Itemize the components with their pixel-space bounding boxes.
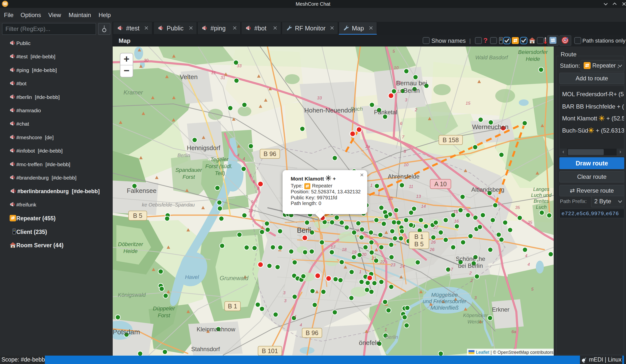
- svg-text:10: 10: [394, 66, 399, 70]
- svg-text:1: 1: [378, 192, 380, 196]
- svg-text:6a: 6a: [511, 329, 516, 334]
- svg-text:Köpenicker: Köpenicker: [463, 313, 488, 318]
- svg-text:Grunewald: Grunewald: [220, 275, 249, 281]
- svg-text:Havel: Havel: [185, 274, 199, 280]
- svg-text:33: 33: [237, 64, 242, 68]
- svg-text:Döberitzer: Döberitzer: [118, 241, 143, 247]
- svg-text:12: 12: [397, 89, 402, 94]
- svg-text:−: −: [123, 65, 129, 76]
- svg-text:Luch: Luch: [536, 204, 547, 210]
- svg-text:10: 10: [404, 163, 409, 167]
- svg-text:B 5: B 5: [414, 241, 424, 248]
- svg-text:33: 33: [317, 96, 322, 100]
- svg-text:8: 8: [257, 186, 260, 191]
- svg-text:Berlin: Berlin: [385, 334, 398, 340]
- svg-text:bei Berlin: bei Berlin: [458, 262, 483, 269]
- svg-text:Berli: Berli: [297, 226, 311, 234]
- svg-text:1: 1: [359, 269, 361, 274]
- svg-text:Altlandsberg: Altlandsberg: [471, 186, 504, 193]
- svg-text:Erkner: Erkner: [492, 306, 509, 313]
- svg-text:3: 3: [405, 98, 407, 102]
- svg-text:Breites: Breites: [534, 198, 549, 204]
- svg-text:Berlin: Berlin: [177, 153, 190, 158]
- svg-text:Forst (südl.: Forst (südl.: [205, 163, 233, 169]
- svg-text:5: 5: [531, 287, 534, 292]
- svg-text:17: 17: [448, 267, 453, 272]
- svg-text:B 101: B 101: [262, 347, 278, 354]
- svg-text:13: 13: [416, 194, 421, 199]
- svg-text:6: 6: [400, 121, 402, 126]
- svg-text:Heide: Heide: [526, 56, 540, 62]
- svg-text:31: 31: [211, 70, 216, 75]
- svg-text:B 5: B 5: [133, 212, 142, 219]
- svg-text:Heide: Heide: [123, 248, 137, 254]
- svg-text:9: 9: [251, 199, 253, 204]
- svg-text:30: 30: [144, 58, 149, 63]
- svg-text:B 158: B 158: [442, 136, 459, 143]
- svg-text:A 10: A 10: [434, 181, 447, 187]
- svg-text:Werder: Werder: [467, 319, 484, 325]
- svg-text:3: 3: [283, 291, 285, 295]
- svg-text:Königswald: Königswald: [118, 292, 146, 298]
- svg-text:12: 12: [396, 80, 401, 85]
- svg-text:2: 2: [415, 108, 417, 112]
- svg-text:5: 5: [392, 49, 395, 54]
- svg-text:Düppeler: Düppeler: [153, 305, 175, 312]
- svg-text:8: 8: [404, 149, 406, 154]
- svg-text:Ahrensfelde: Ahrensfelde: [388, 173, 420, 180]
- svg-text:önefeld: önefeld: [359, 339, 380, 346]
- svg-text:21: 21: [371, 256, 376, 261]
- svg-text:Stahnsdorf: Stahnsdorf: [191, 346, 220, 352]
- svg-text:3: 3: [474, 296, 477, 300]
- svg-text:16: 16: [454, 219, 459, 224]
- svg-text:Kleinmachnow: Kleinmachnow: [196, 326, 235, 332]
- svg-text:Beiersdorfer: Beiersdorfer: [518, 49, 548, 55]
- svg-text:11: 11: [409, 184, 413, 189]
- svg-text:16: 16: [453, 209, 458, 214]
- svg-text:18: 18: [342, 247, 347, 252]
- svg-text:Wald Basdorf: Wald Basdorf: [475, 54, 509, 61]
- svg-text:Kramer: Kramer: [123, 89, 143, 96]
- svg-text:Panketal: Panketal: [374, 109, 397, 115]
- svg-text:5: 5: [249, 173, 252, 178]
- svg-text:35: 35: [528, 220, 532, 225]
- svg-text:4: 4: [525, 254, 527, 258]
- svg-text:Tegeler: Tegeler: [210, 156, 229, 163]
- svg-text:17: 17: [331, 245, 336, 250]
- svg-text:4: 4: [237, 153, 239, 158]
- svg-text:2: 2: [470, 278, 473, 283]
- svg-text:4: 4: [294, 314, 296, 319]
- svg-text:B 96: B 96: [306, 329, 318, 336]
- svg-text:+: +: [123, 53, 129, 64]
- svg-text:1: 1: [385, 327, 387, 332]
- svg-text:14: 14: [421, 204, 426, 209]
- svg-text:23: 23: [391, 263, 395, 267]
- svg-text:2: 2: [469, 271, 472, 275]
- svg-text:Forst: Forst: [183, 174, 195, 180]
- svg-text:Buch: Buch: [351, 106, 363, 112]
- svg-text:| © OpenStreetMap contributors: | © OpenStreetMap contributors: [491, 350, 553, 355]
- svg-text:ke Oebisfelde–Spandau: ke Oebisfelde–Spandau: [142, 202, 195, 207]
- svg-text:Langes: Langes: [533, 186, 549, 192]
- svg-text:27: 27: [433, 225, 438, 230]
- svg-text:15: 15: [466, 101, 470, 106]
- svg-text:26: 26: [431, 240, 436, 245]
- svg-text:B 96: B 96: [264, 150, 276, 157]
- svg-text:B 1: B 1: [414, 233, 424, 240]
- svg-text:und Fredersdorfer: und Fredersdorfer: [423, 298, 467, 304]
- svg-text:3: 3: [284, 298, 286, 303]
- svg-text:35: 35: [515, 205, 520, 210]
- svg-text:26: 26: [430, 247, 434, 252]
- svg-text:20: 20: [361, 252, 366, 257]
- svg-text:1: 1: [370, 183, 372, 188]
- svg-text:24: 24: [400, 264, 405, 269]
- svg-text:Werneuchen: Werneuchen: [472, 123, 509, 131]
- svg-text:Leaflet: Leaflet: [476, 350, 489, 355]
- svg-text:Mühlenfließ: Mühlenfließ: [430, 305, 459, 311]
- svg-text:10: 10: [248, 208, 253, 213]
- svg-text:Forst: Forst: [158, 312, 170, 319]
- svg-text:Berlin: Berlin: [403, 87, 420, 94]
- svg-text:6: 6: [253, 179, 255, 184]
- svg-text:2b: 2b: [388, 196, 393, 201]
- svg-text:4: 4: [243, 157, 245, 161]
